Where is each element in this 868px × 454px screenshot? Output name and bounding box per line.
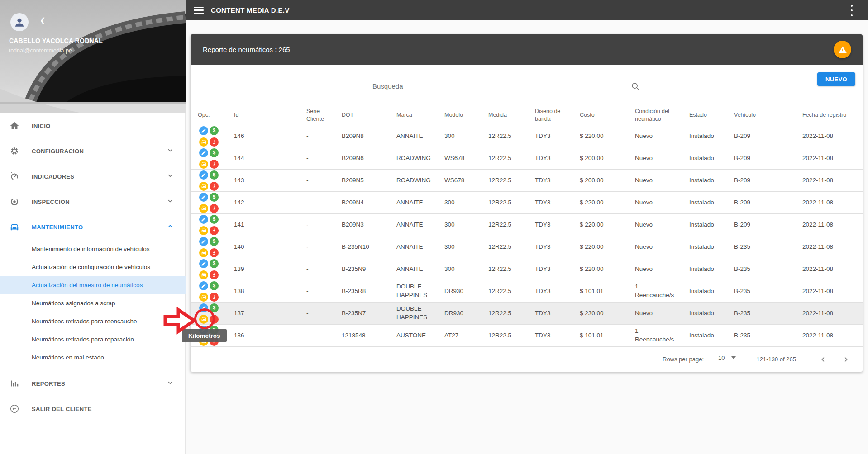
cell-diseno-banda: TDY3 [535, 287, 580, 296]
cell-estado: Instalado [689, 287, 734, 296]
sidebar-item-salir[interactable]: SALIR DEL CLIENTE [0, 396, 186, 421]
cell-serie-cliente: - [306, 199, 342, 207]
edit-button[interactable] [199, 126, 208, 135]
download-button[interactable] [210, 137, 219, 147]
pencil-icon [201, 194, 206, 200]
kilometros-button[interactable] [199, 204, 208, 213]
download-icon [211, 250, 217, 255]
sidebar-item-label: MANTENIMIENTO [32, 224, 83, 231]
download-button[interactable] [210, 293, 219, 302]
edit-button[interactable] [199, 215, 208, 224]
cost-button[interactable]: $ [210, 193, 219, 202]
edit-button[interactable] [199, 148, 208, 157]
bar-chart-icon [9, 378, 20, 389]
cell-vehiculo: B-235 [734, 243, 802, 251]
sidebar-item-label: SALIR DEL CLIENTE [32, 406, 92, 412]
cell-medida: 12R22.5 [488, 221, 535, 229]
cell-fecha-registro: 2022-11-08 [802, 287, 855, 296]
nuevo-button[interactable]: NUEVO [817, 72, 855, 86]
cell-dot: B-235N7 [342, 309, 396, 318]
edit-button[interactable] [199, 259, 208, 268]
download-button[interactable] [210, 315, 219, 324]
kilometros-button[interactable] [199, 248, 208, 257]
cost-button[interactable]: $ [210, 303, 219, 312]
search-input[interactable] [372, 80, 626, 92]
col-header: Opc. [198, 111, 234, 119]
hamburger-icon[interactable] [194, 7, 204, 14]
kilometros-button[interactable] [199, 226, 208, 235]
cell-modelo: DR930 [444, 287, 488, 296]
cell-vehiculo: B-209 [734, 221, 802, 229]
row-actions: $ [198, 148, 234, 169]
kilometros-button[interactable] [199, 293, 208, 302]
collapse-sidebar-icon[interactable]: ❮ [40, 16, 46, 24]
previous-page-button[interactable] [817, 353, 830, 366]
cost-button[interactable]: $ [210, 237, 219, 246]
download-button[interactable] [210, 248, 219, 257]
subitem-neumaticos-reencauche[interactable]: Neumáticos retirados para reencauche [0, 312, 186, 330]
download-button[interactable] [210, 226, 219, 235]
subitem-actualizacion-maestro-neumaticos[interactable]: Actualización del maestro de neumáticos [0, 276, 186, 294]
cell-modelo: WS678 [444, 154, 488, 163]
cell-serie-cliente: - [306, 132, 342, 141]
download-icon [211, 161, 217, 167]
sidebar-item-inspeccion[interactable]: INSPECCIÓN [0, 189, 186, 214]
application-root: ❮ CABELLO YACOLCA RODNAL rodnal@contentm… [0, 0, 868, 454]
subitem-neumaticos-mal-estado[interactable]: Neumáticos en mal estado [0, 348, 186, 366]
cost-button[interactable]: $ [210, 148, 219, 157]
cell-condicion: Nuevo [635, 221, 689, 229]
subitem-mantenimiento-info-vehiculos[interactable]: Mantenimiento de información de vehículo… [0, 240, 186, 258]
download-button[interactable] [210, 182, 219, 191]
edit-button[interactable] [199, 193, 208, 202]
download-button[interactable] [210, 270, 219, 279]
edit-button[interactable] [199, 237, 208, 246]
cost-button[interactable]: $ [210, 215, 219, 224]
cell-diseno-banda: TDY3 [535, 132, 580, 141]
cell-costo: $ 220.00 [580, 265, 635, 274]
kilometros-button[interactable] [199, 182, 208, 191]
table-row: $ 144 - B209N6 ROADWING WS678 12R22. [191, 147, 863, 170]
download-button[interactable] [210, 160, 219, 169]
col-header: Id [234, 111, 306, 119]
search-icon[interactable] [630, 81, 640, 93]
subitem-actualizacion-config-vehiculos[interactable]: Actualización de configuración de vehícu… [0, 258, 186, 276]
sidebar-item-indicadores[interactable]: INDICADORES [0, 164, 186, 189]
rows-per-page-select[interactable]: 10 [717, 355, 736, 364]
subitem-neumaticos-reparacion[interactable]: Neumáticos retirados para reparación [0, 330, 186, 348]
cell-modelo: 300 [444, 199, 488, 207]
col-header: Costo [580, 111, 635, 119]
cost-button[interactable]: $ [210, 126, 219, 135]
card-header: Reporte de neumáticos : 265 [191, 34, 863, 65]
cell-costo: $ 101.01 [580, 331, 635, 340]
cell-condicion: Nuevo [635, 132, 689, 141]
cell-id: 142 [234, 199, 306, 207]
cost-button[interactable]: $ [210, 281, 219, 290]
person-icon [14, 16, 25, 28]
sidebar-item-label: INICIO [32, 123, 51, 129]
sidebar-item-reportes[interactable]: REPORTES [0, 371, 186, 396]
download-button[interactable] [210, 204, 219, 213]
next-page-button[interactable] [839, 353, 852, 366]
cell-marca: ANNAITE [396, 199, 444, 207]
subitem-neumaticos-scrap[interactable]: Neumáticos asignados a scrap [0, 294, 186, 312]
warning-button[interactable] [834, 41, 851, 58]
col-header: Condición del neumático [635, 108, 689, 123]
row-actions: $ [198, 170, 234, 191]
sidebar-item-mantenimiento[interactable]: MANTENIMIENTO [0, 214, 186, 240]
sidebar-item-inicio[interactable]: INICIO [0, 113, 186, 138]
kebab-menu-icon[interactable] [846, 5, 857, 16]
kilometros-button[interactable] [199, 315, 208, 324]
edit-button[interactable] [199, 281, 208, 290]
cell-medida: 12R22.5 [488, 243, 535, 251]
kilometros-button[interactable] [199, 137, 208, 147]
pencil-icon [201, 261, 206, 266]
cost-button[interactable]: $ [210, 259, 219, 268]
edit-button[interactable] [199, 303, 208, 312]
cell-diseno-banda: TDY3 [535, 243, 580, 251]
table-row: $ 141 - B209N3 ANNAITE 300 12R22.5 [191, 214, 863, 236]
kilometros-button[interactable] [199, 270, 208, 279]
sidebar-item-configuracion[interactable]: CONFIGURACION [0, 138, 186, 164]
kilometros-button[interactable] [199, 160, 208, 169]
cost-button[interactable]: $ [210, 170, 219, 180]
edit-button[interactable] [199, 170, 208, 180]
